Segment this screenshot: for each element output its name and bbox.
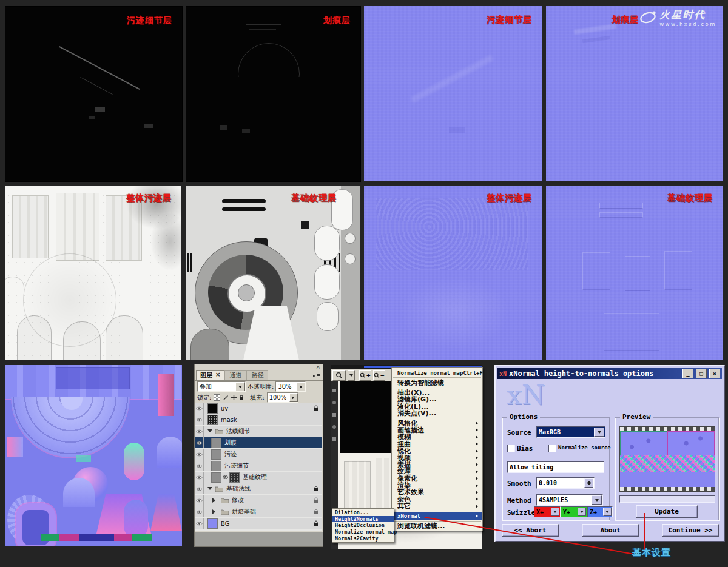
lock-position-icon[interactable] bbox=[231, 395, 237, 400]
layer-row-stain-detail[interactable]: 污迹细节 bbox=[195, 460, 322, 471]
filter-menu: Normalize normal mapCtrl+F 转换为智能滤镜 抽出(X)… bbox=[391, 367, 483, 531]
smooth-spinner-icon[interactable] bbox=[584, 478, 593, 488]
layer-thumbnail[interactable] bbox=[207, 518, 218, 529]
layer-row-uv[interactable]: uv bbox=[195, 403, 322, 414]
fill-slider-icon[interactable] bbox=[289, 393, 298, 402]
tool-icon[interactable] bbox=[332, 413, 336, 417]
minimize-icon[interactable]: _ bbox=[682, 369, 693, 378]
visibility-eye-icon[interactable] bbox=[195, 449, 204, 460]
layer-row-scratch-selected[interactable]: 划痕 bbox=[195, 437, 322, 448]
swizzle-y-dropdown-icon[interactable] bbox=[578, 508, 586, 516]
group-expanded-icon[interactable] bbox=[207, 487, 212, 492]
submenu-item-normals2cavity[interactable]: Normals2Cavity bbox=[332, 535, 394, 542]
group-expanded-icon[interactable] bbox=[207, 429, 212, 435]
method-dropdown-icon[interactable] bbox=[592, 495, 602, 505]
lock-transparency-icon[interactable] bbox=[214, 394, 220, 401]
layer-thumbnail[interactable] bbox=[211, 461, 221, 471]
submenu-item-dilation[interactable]: Dilation... bbox=[332, 509, 394, 516]
swizzle-y-select[interactable]: Y+ bbox=[561, 506, 587, 517]
smooth-input[interactable]: 0.010 bbox=[536, 477, 595, 489]
layer-thumbnail[interactable] bbox=[211, 449, 221, 460]
fill-input[interactable]: 100% bbox=[267, 392, 298, 403]
method-select[interactable]: 4SAMPLES bbox=[536, 494, 603, 506]
layer-group-base-normal[interactable]: 基础法线 bbox=[195, 483, 322, 494]
tab-layers[interactable]: 图层 × bbox=[196, 370, 224, 380]
menu-item-vanishing-point[interactable]: 消失点(V)... bbox=[392, 410, 482, 417]
bias-checkbox[interactable] bbox=[507, 445, 515, 452]
zoom-out-button[interactable]: − bbox=[373, 370, 385, 381]
source-label: Source bbox=[507, 429, 531, 437]
mask-thumbnail[interactable] bbox=[229, 472, 240, 483]
layer-thumbnail[interactable] bbox=[211, 438, 221, 448]
blend-dropdown-icon[interactable] bbox=[235, 382, 245, 391]
visibility-eye-icon[interactable] bbox=[195, 403, 204, 414]
tool-preset-dropdown-icon[interactable] bbox=[348, 370, 355, 381]
tab-channels[interactable]: 通道 bbox=[224, 370, 246, 380]
layer-row-mask[interactable]: mask bbox=[195, 414, 322, 425]
opacity-input[interactable]: 30% bbox=[275, 381, 306, 392]
source-dropdown-icon[interactable] bbox=[594, 428, 604, 437]
lock-all-icon[interactable] bbox=[239, 395, 244, 401]
menu-item-other[interactable]: 其它 bbox=[392, 503, 482, 509]
blend-mode-select[interactable]: 叠加 bbox=[197, 381, 246, 392]
visibility-eye-icon[interactable] bbox=[195, 518, 204, 529]
about-button[interactable]: About bbox=[582, 524, 639, 537]
zoom-in-button[interactable]: + bbox=[359, 370, 371, 381]
layer-group-modify[interactable]: 修改 bbox=[195, 495, 322, 506]
visibility-eye-icon[interactable] bbox=[195, 506, 204, 517]
layer-row-stain[interactable]: 污迹 bbox=[195, 449, 322, 460]
group-collapsed-icon[interactable] bbox=[212, 498, 218, 503]
lock-image-icon[interactable] bbox=[223, 395, 229, 401]
menu-item-browse-online-filters[interactable]: 浏览联机滤镜... bbox=[392, 523, 482, 529]
visibility-eye-icon[interactable] bbox=[195, 495, 204, 506]
panel-label: 划痕层 bbox=[612, 15, 639, 25]
maximize-icon[interactable]: □ bbox=[696, 369, 707, 378]
swizzle-x-value: X+ bbox=[536, 509, 544, 515]
panel-menu-icon[interactable] bbox=[312, 372, 321, 378]
dialog-titlebar[interactable]: xN xNormal height-to-normals options _ □… bbox=[497, 368, 722, 379]
normalize-source-checkbox[interactable] bbox=[548, 445, 556, 452]
layer-group-bake-base[interactable]: 烘焙基础 bbox=[195, 506, 322, 517]
layer-thumbnail[interactable] bbox=[207, 403, 218, 414]
visibility-eye-icon[interactable] bbox=[195, 472, 204, 483]
source-select[interactable]: MaxRGB bbox=[536, 426, 605, 438]
allow-tiling-field[interactable]: Allow tiling bbox=[507, 461, 604, 473]
layer-row-bg[interactable]: BG bbox=[195, 518, 322, 529]
swizzle-z-dropdown-icon[interactable] bbox=[603, 508, 612, 516]
tool-icon[interactable] bbox=[332, 425, 336, 429]
visibility-eye-icon[interactable] bbox=[195, 483, 204, 494]
tab-close-icon[interactable]: × bbox=[215, 371, 220, 380]
layer-thumbnail[interactable] bbox=[207, 415, 218, 425]
palette-close-icon[interactable]: × bbox=[315, 364, 320, 370]
tool-icon[interactable] bbox=[332, 437, 336, 441]
submenu-item-height2occlusion[interactable]: Height2Occlusion bbox=[332, 522, 394, 529]
mask-link-icon[interactable] bbox=[223, 475, 228, 480]
swizzle-z-select[interactable]: Z+ bbox=[587, 506, 613, 517]
close-icon[interactable]: × bbox=[709, 369, 720, 378]
layer-group-normal-detail[interactable]: 法线细节 bbox=[195, 426, 322, 437]
menu-item-convert-smart-filter[interactable]: 转换为智能滤镜 bbox=[392, 379, 482, 386]
palette-collapse-icon[interactable]: - bbox=[310, 364, 312, 370]
group-collapsed-icon[interactable] bbox=[212, 509, 218, 514]
visibility-eye-icon[interactable] bbox=[195, 426, 204, 437]
submenu-item-normalize-normal-map[interactable]: Normalize normal map bbox=[332, 529, 394, 535]
swizzle-x-dropdown-icon[interactable] bbox=[551, 508, 559, 516]
visibility-eye-icon[interactable] bbox=[195, 414, 204, 425]
preview-noise-band bbox=[620, 455, 715, 472]
menu-item-normalize-normal-map[interactable]: Normalize normal mapCtrl+F bbox=[392, 369, 482, 376]
tool-icon[interactable] bbox=[332, 389, 336, 392]
visibility-eye-icon[interactable] bbox=[195, 460, 204, 471]
menu-shortcut: Ctrl+F bbox=[463, 370, 483, 376]
layer-row-base-texture[interactable]: 基础纹理 bbox=[195, 472, 322, 483]
zoom-tool-icon[interactable] bbox=[332, 370, 346, 381]
visibility-eye-icon[interactable] bbox=[195, 437, 204, 448]
layer-thumbnail[interactable] bbox=[211, 472, 221, 483]
update-button[interactable]: Update bbox=[636, 505, 698, 518]
submenu-item-height2normals[interactable]: Height2Normals bbox=[332, 516, 394, 523]
tab-paths[interactable]: 路径 bbox=[246, 370, 268, 380]
tool-icon[interactable] bbox=[332, 401, 336, 404]
opacity-slider-icon[interactable] bbox=[297, 382, 305, 391]
continue-button[interactable]: Continue >> bbox=[662, 524, 719, 537]
smooth-value: 0.010 bbox=[539, 480, 557, 486]
swizzle-x-select[interactable]: X+ bbox=[534, 506, 561, 517]
